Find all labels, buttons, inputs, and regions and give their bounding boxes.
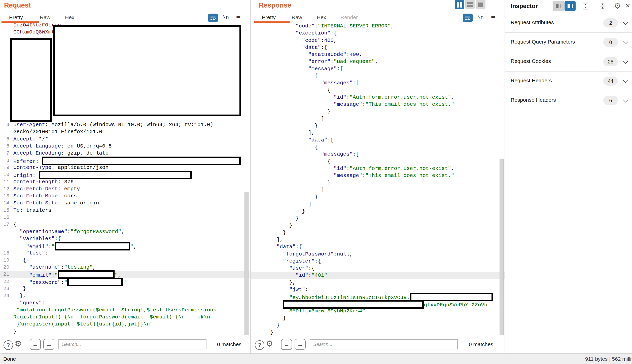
code-line: 18 "test":	[0, 250, 250, 257]
tab-response-raw[interactable]: Raw	[292, 14, 302, 20]
request-search-prev-button[interactable]: ←	[30, 339, 41, 350]
line-number	[251, 129, 268, 136]
request-search-next-button[interactable]: →	[43, 339, 54, 350]
inspector-section-label: Request Cookies	[511, 58, 551, 64]
request-search-settings-icon[interactable]: ⚙	[15, 339, 22, 348]
line-number	[0, 128, 11, 135]
layout-columns-button[interactable]	[455, 0, 464, 9]
line-number	[251, 115, 268, 122]
response-scrollbar-thumb[interactable]	[500, 159, 504, 335]
code-line: "message":"This email does not exist."	[251, 101, 505, 108]
code-line: "code":"INTERNAL_SERVER_ERROR",	[251, 23, 505, 30]
inspector-dock-right-button[interactable]	[553, 1, 564, 11]
line-number	[0, 43, 11, 50]
response-search-input[interactable]	[310, 339, 458, 349]
code-line: gtxvDEqnSVuPbY-2ZoVb	[251, 301, 505, 308]
code-line: ],	[251, 236, 505, 243]
code-line: {	[251, 158, 505, 165]
line-number	[251, 165, 268, 172]
chevron-down-icon[interactable]	[623, 58, 628, 64]
tab-response-hex[interactable]: Hex	[317, 14, 326, 20]
code-line: }	[251, 329, 505, 335]
line-number	[251, 72, 268, 80]
layout-single-button[interactable]	[476, 0, 485, 9]
line-number: 17	[0, 221, 11, 228]
line-number	[251, 201, 268, 208]
code-line: {	[251, 87, 505, 94]
chevron-down-icon[interactable]	[623, 39, 628, 44]
line-number	[251, 101, 268, 108]
response-menu-icon[interactable]: ≡	[491, 13, 496, 20]
code-line: 23 }	[0, 285, 250, 292]
request-menu-icon[interactable]: ≡	[236, 13, 241, 20]
inspector-dock-panel-button[interactable]	[565, 1, 576, 11]
status-done: Done	[3, 356, 16, 362]
chevron-down-icon[interactable]	[623, 97, 628, 102]
inspector-count-badge: 6	[603, 96, 618, 105]
expand-all-icon[interactable]	[582, 3, 589, 11]
request-search-input[interactable]	[58, 339, 206, 349]
code-line: }	[251, 194, 505, 201]
chevron-down-icon[interactable]	[623, 78, 628, 83]
request-word-wrap-button[interactable]	[208, 14, 218, 22]
response-search-prev-button[interactable]: ←	[281, 339, 292, 350]
tab-request-pretty[interactable]: Pretty	[9, 14, 23, 20]
inspector-section-request-attributes[interactable]: Request Attributes2	[505, 13, 632, 33]
line-number	[251, 23, 268, 30]
collapse-all-icon[interactable]	[599, 3, 606, 11]
code-line: 19 {	[0, 257, 250, 264]
tab-response-pretty[interactable]: Pretty	[262, 14, 276, 20]
response-word-wrap-button[interactable]	[463, 14, 473, 22]
request-search-help-icon[interactable]: ?	[4, 340, 13, 350]
inspector-section-request-query-parameters[interactable]: Request Query Parameters0	[505, 33, 632, 52]
response-search-settings-icon[interactable]: ⚙	[266, 339, 273, 348]
code-line: ]	[251, 115, 505, 122]
line-number: 14	[0, 200, 11, 207]
code-line: {	[251, 144, 505, 151]
code-line: }	[251, 322, 505, 329]
line-number	[0, 242, 11, 249]
code-line: 14Sec-Fetch-Site: same-origin	[0, 200, 250, 207]
line-number	[251, 65, 268, 72]
line-number	[251, 37, 268, 44]
line-number	[0, 328, 11, 335]
tab-request-raw[interactable]: Raw	[40, 14, 50, 20]
code-line: "error":"Bad Request",	[251, 58, 505, 65]
response-newline-toggle[interactable]: \n	[477, 15, 484, 20]
rows-icon-2	[467, 5, 473, 7]
line-number: 22	[0, 278, 11, 285]
response-search-next-button[interactable]: →	[295, 339, 306, 350]
inspector-section-request-headers[interactable]: Request Headers44	[505, 71, 632, 91]
code-line: "code":400,	[251, 37, 505, 44]
line-number	[251, 187, 268, 194]
tab-response-render[interactable]: Render	[340, 14, 358, 20]
code-line: }	[0, 328, 250, 335]
request-editor[interactable]: IuzO4INbzFOLreqCGhxmOoQ8WXmtL44User-Agen…	[0, 23, 250, 335]
line-number	[251, 308, 268, 315]
line-number	[251, 279, 268, 286]
line-number	[251, 87, 268, 94]
inspector-settings-icon[interactable]: ⚙	[614, 2, 621, 10]
request-newline-toggle[interactable]: \n	[223, 15, 229, 20]
chevron-down-icon[interactable]	[623, 20, 628, 25]
layout-rows-button[interactable]	[465, 0, 475, 9]
code-line: }	[251, 122, 505, 129]
request-content-bottom-border	[0, 335, 250, 335]
single-icon	[478, 3, 483, 7]
line-number: 6	[0, 143, 11, 150]
request-scrollbar-thumb[interactable]	[244, 192, 249, 335]
line-number: 21	[0, 271, 11, 278]
inspector-close-icon[interactable]: ×	[625, 2, 630, 10]
line-number	[251, 301, 268, 308]
response-search-help-icon[interactable]: ?	[255, 340, 264, 350]
inspector-section-request-cookies[interactable]: Request Cookies28	[505, 52, 632, 71]
inspector-section-response-headers[interactable]: Response Headers6	[505, 91, 632, 110]
dock-panel-icon	[567, 4, 573, 9]
tab-request-hex[interactable]: Hex	[65, 14, 74, 20]
response-content-bottom-border	[251, 335, 505, 335]
response-editor[interactable]: "code":"INTERNAL_SERVER_ERROR", "excepti…	[251, 23, 505, 335]
line-number	[251, 293, 268, 300]
code-line: 12Sec-Fetch-Dest: empty	[0, 186, 250, 193]
line-number	[0, 29, 11, 36]
panel-divider-left[interactable]	[250, 0, 251, 353]
